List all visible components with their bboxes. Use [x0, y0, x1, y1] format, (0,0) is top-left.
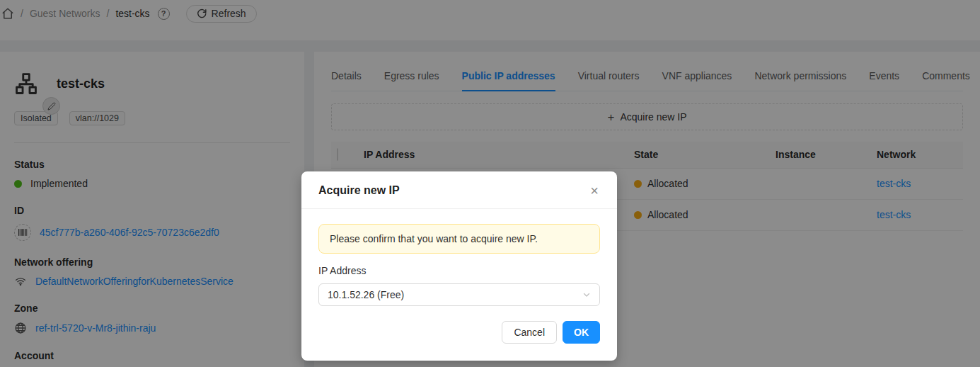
- confirm-alert: Please confirm that you want to acquire …: [318, 224, 600, 254]
- ip-address-select[interactable]: 10.1.52.26 (Free): [318, 283, 600, 306]
- close-icon[interactable]: ×: [589, 184, 600, 198]
- chevron-down-icon: [582, 290, 591, 299]
- ip-address-selected-value: 10.1.52.26 (Free): [328, 289, 404, 300]
- modal-title: Acquire new IP: [318, 184, 400, 197]
- acquire-new-ip-modal: Acquire new IP × Please confirm that you…: [301, 171, 617, 361]
- cancel-button[interactable]: Cancel: [502, 321, 557, 344]
- ip-address-field-label: IP Address: [318, 265, 600, 276]
- ok-button[interactable]: OK: [563, 321, 600, 344]
